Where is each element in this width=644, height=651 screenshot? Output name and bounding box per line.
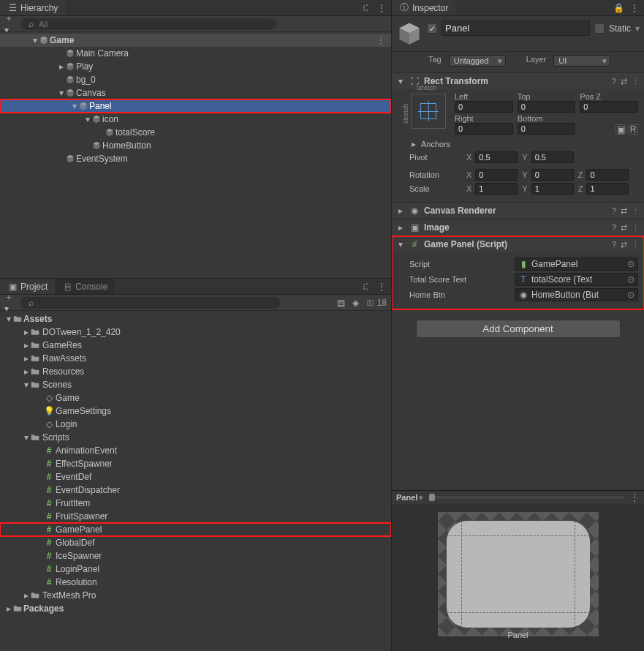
foldout-icon[interactable]: ▸ [4,603,13,614]
foldout-icon[interactable]: ▸ [22,366,31,377]
static-dropdown[interactable]: ▾ [635,23,640,34]
hidden-count-badge[interactable]: 👁̸ 18 [365,298,387,308]
project-item[interactable]: ◇Game [0,391,391,404]
bottom-input[interactable] [518,123,576,135]
top-input[interactable] [518,101,576,113]
foldout-icon[interactable]: ▸ [57,61,66,72]
foldout-icon[interactable]: ▾ [22,432,31,443]
component-header[interactable]: ▸ ◉ Canvas Renderer ?⇄⋮ [392,203,644,219]
posz-input[interactable] [580,101,638,113]
project-item[interactable]: #EffectSpawner [0,457,391,470]
foldout-icon[interactable]: ▾ [70,101,79,111]
project-item[interactable]: #FruitItem [0,497,391,510]
hierarchy-tab[interactable]: ☰ Hierarchy [0,0,65,15]
project-item[interactable]: #EventDispatcher [0,483,391,497]
foldout-icon[interactable]: ▸ [409,139,418,149]
kebab-icon[interactable]: ⋮ [632,206,640,216]
project-item[interactable]: #FruitSpawner [0,510,391,523]
foldout-icon[interactable]: ▾ [83,114,92,124]
object-picker-icon[interactable]: ⊙ [627,259,634,269]
create-dropdown[interactable]: ＋▾ [4,298,15,308]
preset-icon[interactable]: ⇄ [621,223,627,233]
create-dropdown[interactable]: ＋▾ [4,19,15,29]
rot-x-input[interactable] [475,169,518,181]
rot-z-input[interactable] [586,169,629,181]
project-item[interactable]: #Resolution [0,576,391,589]
script-objfield[interactable]: ▮GamePanel⊙ [515,257,638,271]
hierarchy-search-input[interactable] [39,20,270,29]
foldout-icon[interactable]: ▾ [31,35,39,45]
scale-y-input[interactable] [531,183,574,195]
kebab-icon[interactable]: ⋮ [376,35,385,45]
hierarchy-item[interactable]: ▾Panel [0,99,391,113]
project-item[interactable]: ▸DOTween_1_2_420 [0,326,391,339]
add-component-button[interactable]: Add Component [416,320,621,338]
hierarchy-item[interactable]: ▾icon [0,113,391,126]
foldout-icon[interactable]: ▾ [4,314,13,324]
hierarchy-search[interactable]: ⌕ [20,18,276,30]
preset-icon[interactable]: ⇄ [621,206,627,216]
anchor-preset[interactable] [411,94,446,129]
project-item[interactable]: #AnimationEvent [0,444,391,457]
project-item[interactable]: #LoginPanel [0,562,391,576]
help-icon[interactable]: ? [612,240,616,249]
scale-z-input[interactable] [586,183,629,195]
hierarchy-item[interactable]: ▾Canvas [0,86,391,99]
static-checkbox[interactable] [594,23,605,34]
foldout-icon[interactable]: ▸ [396,222,405,233]
tag-dropdown[interactable]: Untagged [449,55,506,67]
rot-y-input[interactable] [531,169,574,181]
popout-icon[interactable]: ⁝⁚ [360,282,371,292]
project-search-input[interactable] [39,298,274,307]
pivot-x-input[interactable] [475,151,518,163]
assets-root[interactable]: ▾ Assets [0,312,391,326]
project-item[interactable]: ▸Resources [0,365,391,378]
lock-icon[interactable]: 🔒 [613,3,624,13]
inspector-tab[interactable]: ⓘ Inspector [392,0,455,15]
project-item[interactable]: ◇Login [0,418,391,431]
layer-dropdown[interactable]: UI [553,55,610,67]
kebab-icon[interactable]: ⋮ [376,282,387,292]
hierarchy-tree[interactable]: ▾ Game ⋮ Main Camera▸Playbg_0▾Canvas▾Pan… [0,32,391,278]
scene-row[interactable]: ▾ Game ⋮ [0,34,391,47]
object-picker-icon[interactable]: ⊙ [627,274,634,285]
left-input[interactable] [455,101,513,113]
help-icon[interactable]: ? [612,77,616,86]
object-picker-icon[interactable]: ⊙ [627,290,634,300]
console-tab[interactable]: ⌸ Console [55,279,115,294]
hierarchy-item[interactable]: Main Camera [0,47,391,60]
foldout-icon[interactable]: ▸ [22,590,31,601]
foldout-icon[interactable]: ▾ [22,380,31,390]
scale-x-input[interactable] [475,183,518,195]
filter-type-icon[interactable]: ▤ [336,298,346,308]
preview-dropdown-icon[interactable]: ▾ [419,493,423,503]
pivot-y-input[interactable] [531,151,574,163]
kebab-icon[interactable]: ⋮ [629,492,640,503]
hierarchy-item[interactable]: totalScore [0,126,391,139]
kebab-icon[interactable]: ⋮ [632,240,640,249]
project-item[interactable]: 💡GameSettings [0,404,391,418]
kebab-icon[interactable]: ⋮ [376,3,387,13]
hierarchy-item[interactable]: HomeButton [0,139,391,152]
project-item[interactable]: ▸GameRes [0,339,391,352]
component-header[interactable]: ▸ ▣ Image ?⇄⋮ [392,219,644,236]
project-item[interactable]: #GamePanel [0,523,391,536]
raw-icon[interactable]: R [628,124,638,135]
gameobject-name-input[interactable] [442,20,590,36]
foldout-icon[interactable]: ▾ [57,88,66,98]
totalscore-objfield[interactable]: TtotalScore (Text⊙ [515,273,638,286]
project-tab[interactable]: ▣ Project [0,279,55,294]
blueprint-icon[interactable]: ▣ [615,124,626,135]
project-item[interactable]: ▸RawAssets [0,352,391,365]
homebtn-objfield[interactable]: ◉HomeButton (But⊙ [515,288,638,301]
foldout-icon[interactable]: ▸ [22,327,31,337]
hierarchy-item[interactable]: ▸Play [0,60,391,73]
filter-label-icon[interactable]: ◈ [351,298,361,308]
kebab-icon[interactable]: ⋮ [632,77,640,86]
project-item[interactable]: #EventDef [0,470,391,483]
help-icon[interactable]: ? [612,206,616,216]
project-search[interactable]: ⌕ [20,297,280,309]
project-item[interactable]: #GlobalDef [0,536,391,549]
foldout-icon[interactable]: ▾ [396,76,405,86]
hierarchy-item[interactable]: bg_0 [0,73,391,86]
